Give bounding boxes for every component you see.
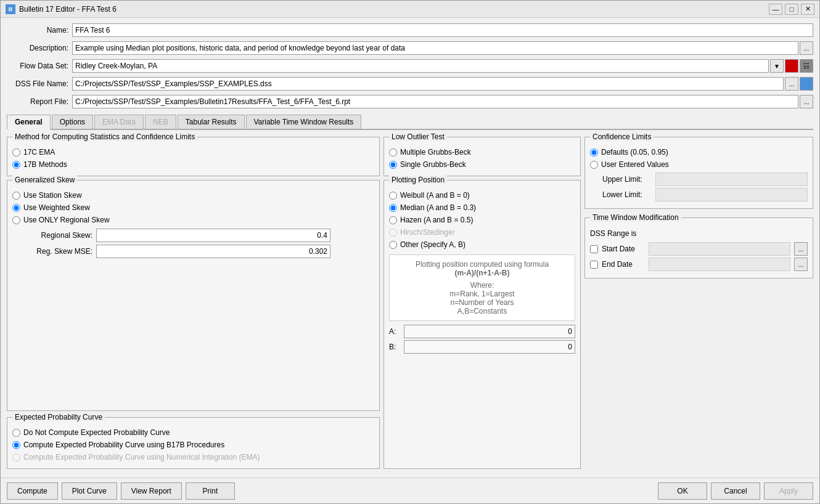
dss-blue-button[interactable]: [800, 77, 813, 91]
compute-b17b-label[interactable]: Compute Expected Probability Curve using…: [23, 441, 224, 449]
report-file-input[interactable]: [72, 95, 798, 108]
name-input[interactable]: [72, 23, 813, 37]
tab-general[interactable]: General: [7, 115, 51, 130]
b-input[interactable]: [404, 340, 575, 354]
print-button[interactable]: Print: [186, 482, 235, 500]
upper-limit-input[interactable]: [655, 173, 808, 186]
minimize-button[interactable]: —: [769, 4, 782, 15]
hazen-row: Hazen (A and B = 0.5): [389, 214, 575, 226]
low-outlier-group: Low Outlier Test Multiple Grubbs-Beck Si…: [383, 137, 581, 176]
median-radio[interactable]: [389, 204, 397, 212]
defaults-label[interactable]: Defaults (0.05, 0.95): [601, 148, 668, 156]
reg-skew-mse-input[interactable]: [96, 245, 330, 258]
tab-tabular-results[interactable]: Tabular Results: [178, 115, 245, 129]
left-panel: Method for Computing Statistics and Conf…: [7, 137, 380, 469]
single-grubbs-row: Single Grubbs-Beck: [389, 158, 575, 171]
dss-file-name-input[interactable]: [72, 77, 784, 91]
confidence-limits-title: Confidence Limits: [590, 133, 654, 141]
single-grubbs-label[interactable]: Single Grubbs-Beck: [400, 160, 466, 169]
apply-button[interactable]: Apply: [764, 482, 813, 500]
do-not-compute-label[interactable]: Do Not Compute Expected Probability Curv…: [23, 428, 170, 437]
single-grubbs-radio[interactable]: [389, 161, 397, 169]
expected-probability-group: Expected Probabilty Curve Do Not Compute…: [7, 417, 380, 469]
method-17c-label[interactable]: 17C EMA: [23, 148, 55, 156]
weibull-radio[interactable]: [389, 192, 397, 200]
multiple-grubbs-radio[interactable]: [389, 148, 397, 156]
flow-data-set-select[interactable]: Ridley Creek-Moylan, PA: [72, 59, 769, 73]
defaults-radio[interactable]: [590, 148, 598, 156]
regional-skew-input[interactable]: [96, 229, 330, 242]
report-browse-button[interactable]: ...: [800, 95, 813, 108]
user-entered-label[interactable]: User Entered Values: [601, 160, 669, 169]
start-date-input[interactable]: [649, 242, 790, 256]
weibull-label[interactable]: Weibull (A and B = 0): [400, 191, 470, 200]
report-file-row: Report File: ...: [7, 94, 813, 109]
weibull-row: Weibull (A and B = 0): [389, 189, 575, 201]
title-bar: B Bulletin 17 Editor - FFA Test 6 — □ ✕: [1, 1, 819, 18]
compute-b17b-radio[interactable]: [12, 441, 20, 449]
hazen-radio[interactable]: [389, 216, 397, 224]
other-radio[interactable]: [389, 241, 397, 249]
generalized-skew-group: Generalized Skew Use Station Skew Use We…: [7, 180, 380, 411]
regional-skew-radio[interactable]: [12, 216, 20, 224]
view-report-button[interactable]: View Report: [121, 482, 182, 500]
hazen-label[interactable]: Hazen (A and B = 0.5): [400, 216, 473, 224]
cancel-button[interactable]: Cancel: [711, 482, 760, 500]
dss-browse-button[interactable]: ...: [785, 77, 798, 91]
regional-skew-label[interactable]: Use ONLY Regional Skew: [23, 216, 110, 224]
lower-limit-label: Lower Limit:: [602, 190, 652, 199]
user-entered-row: User Entered Values: [590, 158, 808, 171]
end-date-row: End Date ...: [590, 258, 808, 271]
method-17b-label[interactable]: 17B Methods: [23, 160, 67, 169]
median-label[interactable]: Median (A and B = 0.3): [400, 203, 476, 212]
close-button[interactable]: ✕: [801, 4, 814, 15]
lower-limit-input[interactable]: [655, 188, 808, 201]
compute-button[interactable]: Compute: [7, 482, 58, 500]
tabs-bar: General Options EMA Data NEB Tabular Res…: [7, 115, 813, 130]
reg-skew-mse-row: Reg. Skew MSE:: [25, 245, 374, 258]
tab-variable-time-window[interactable]: Variable Time Window Results: [246, 115, 362, 129]
tab-options[interactable]: Options: [52, 115, 93, 129]
method-17b-radio[interactable]: [12, 161, 20, 169]
end-date-input[interactable]: [649, 258, 790, 271]
weighted-skew-radio[interactable]: [12, 204, 20, 212]
do-not-compute-row: Do Not Compute Expected Probability Curv…: [12, 426, 374, 439]
bottom-left-buttons: Compute Plot Curve View Report Print: [7, 482, 658, 500]
report-file-group: ...: [72, 95, 813, 108]
method-17c-row: 17C EMA: [12, 146, 374, 158]
description-browse-button[interactable]: ...: [800, 41, 813, 55]
end-date-browse[interactable]: ...: [794, 258, 808, 271]
other-label[interactable]: Other (Specify A, B): [400, 240, 465, 249]
start-date-browse[interactable]: ...: [794, 242, 808, 256]
b-value-row: B:: [389, 340, 575, 354]
right-panel: Confidence Limits Defaults (0.05, 0.95) …: [584, 137, 813, 469]
lower-limit-row: Lower Limit:: [602, 188, 808, 201]
flow-data-grid-button[interactable]: ☷: [800, 59, 813, 73]
maximize-button[interactable]: □: [785, 4, 798, 15]
a-input[interactable]: [404, 325, 575, 338]
dss-range-label: DSS Range is: [590, 227, 808, 240]
weighted-skew-label[interactable]: Use Weighted Skew: [23, 203, 90, 212]
method-17c-radio[interactable]: [12, 148, 20, 156]
description-input[interactable]: [72, 41, 798, 55]
station-skew-label[interactable]: Use Station Skew: [23, 191, 82, 200]
start-date-checkbox[interactable]: [590, 245, 598, 253]
title-bar-buttons: — □ ✕: [769, 4, 814, 15]
formula-where: Where:: [395, 281, 570, 290]
multiple-grubbs-label[interactable]: Multiple Grubbs-Beck: [400, 148, 471, 156]
end-date-label: End Date: [602, 260, 645, 269]
upper-limit-label: Upper Limit:: [602, 175, 652, 184]
do-not-compute-radio[interactable]: [12, 429, 20, 437]
main-window: B Bulletin 17 Editor - FFA Test 6 — □ ✕ …: [0, 0, 820, 504]
method-group: Method for Computing Statistics and Conf…: [7, 137, 380, 176]
formula-desc3: A,B=Constants: [395, 307, 570, 315]
dss-file-name-row: DSS File Name: ...: [7, 76, 813, 91]
station-skew-radio[interactable]: [12, 192, 20, 200]
dropdown-arrow-icon[interactable]: ▼: [770, 59, 784, 73]
flow-data-red-button[interactable]: [785, 59, 798, 73]
plot-curve-button[interactable]: Plot Curve: [62, 482, 117, 500]
user-entered-radio[interactable]: [590, 161, 598, 169]
ok-button[interactable]: OK: [658, 482, 707, 500]
end-date-checkbox[interactable]: [590, 261, 598, 269]
reg-skew-mse-label: Reg. Skew MSE:: [25, 247, 92, 256]
